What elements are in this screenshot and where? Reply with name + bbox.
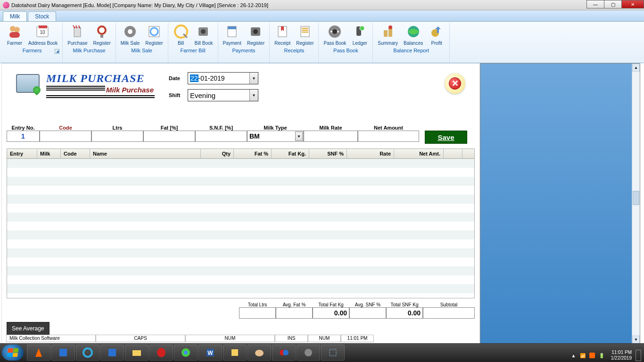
passbook-button[interactable]: Pass Book xyxy=(321,23,349,47)
sale-register-button[interactable]: Register xyxy=(142,23,165,47)
receipt-register-button[interactable]: Register xyxy=(293,23,316,47)
svg-rect-51 xyxy=(330,349,336,356)
group-label-milk-sale: Milk Sale xyxy=(118,47,166,55)
svg-point-8 xyxy=(99,27,105,33)
taskbar-chrome-icon[interactable] xyxy=(174,345,198,361)
milk-rate-input[interactable] xyxy=(304,131,358,142)
payment-register-button[interactable]: Register xyxy=(244,23,267,47)
milktype-dropdown-icon[interactable]: ▼ xyxy=(295,132,303,141)
avg-snf-value xyxy=(349,307,386,319)
windows-taskbar: W ▲ 📶 🔋 11:01 PM1/22/2019 xyxy=(0,343,644,362)
svg-point-47 xyxy=(255,350,264,356)
label-total-fatkg: Total Fat Kg xyxy=(313,302,349,307)
svg-text:W: W xyxy=(207,350,213,356)
col-name[interactable]: Name xyxy=(90,149,201,158)
profit-button[interactable]: Profit xyxy=(426,23,447,47)
address-book-button[interactable]: 10Address Book xyxy=(25,23,60,47)
label-net-amount: Net Amount xyxy=(358,125,419,131)
ribbon-group-milk-purchase: Purchase Register Milk Purchase xyxy=(63,23,116,63)
ledger-button[interactable]: Ledger xyxy=(349,23,371,47)
taskbar-opera-icon[interactable] xyxy=(149,345,173,361)
taskbar-notes-icon[interactable] xyxy=(223,345,247,361)
col-rate[interactable]: Rate xyxy=(347,149,394,158)
system-tray: ▲ 📶 🔋 11:01 PM1/22/2019 xyxy=(571,350,641,361)
svg-point-38 xyxy=(83,348,92,357)
taskbar-app2-icon[interactable] xyxy=(100,345,124,361)
tray-up-icon[interactable]: ▲ xyxy=(571,353,576,358)
svg-point-25 xyxy=(332,29,337,34)
app-icon xyxy=(3,2,9,8)
code-input[interactable] xyxy=(40,131,91,142)
svg-point-21 xyxy=(253,29,258,34)
scroll-up-icon[interactable]: ▲ xyxy=(632,64,640,72)
ribbon-group-payments: Payment Register Payments xyxy=(218,23,270,63)
svg-point-11 xyxy=(128,29,132,34)
col-code[interactable]: Code xyxy=(61,149,90,158)
col-entry[interactable]: Entry xyxy=(7,149,37,158)
close-panel-button[interactable]: ✕ xyxy=(445,73,465,94)
start-button[interactable] xyxy=(2,345,24,361)
shift-select[interactable]: Evening ▼ xyxy=(188,89,258,101)
see-average-button[interactable]: See Average xyxy=(7,322,50,335)
date-label: Date xyxy=(169,75,188,81)
date-dropdown-icon[interactable]: ▼ xyxy=(249,73,258,84)
svg-point-50 xyxy=(305,349,312,356)
ribbon-group-passbook: Pass Book Ledger Pass Book xyxy=(319,23,373,63)
taskbar-app4-icon[interactable] xyxy=(297,345,320,361)
tab-stock[interactable]: Stock xyxy=(28,11,56,21)
tray-clock[interactable]: 11:01 PM1/22/2019 xyxy=(611,350,632,361)
taskbar-app1-icon[interactable] xyxy=(51,345,75,361)
col-milk[interactable]: Milk xyxy=(37,149,61,158)
col-snf[interactable]: SNF % xyxy=(309,149,347,158)
col-net[interactable]: Net Amt. xyxy=(394,149,444,158)
payment-button[interactable]: Payment xyxy=(220,23,244,47)
taskbar-vlc-icon[interactable] xyxy=(27,345,50,361)
balances-button[interactable]: Balances xyxy=(401,23,426,47)
taskbar-app3-icon[interactable] xyxy=(272,345,296,361)
svg-point-27 xyxy=(337,31,339,33)
snf-input[interactable] xyxy=(195,131,247,142)
taskbar-explorer-icon[interactable] xyxy=(125,345,149,361)
fat-input[interactable] xyxy=(143,131,195,142)
tray-flag-icon[interactable] xyxy=(589,353,595,358)
taskbar-paint-icon[interactable] xyxy=(248,345,271,361)
total-fatkg-value: 0.00 xyxy=(313,307,349,319)
group-label-milk-purchase: Milk Purchase xyxy=(65,47,114,55)
purchase-register-button[interactable]: Register xyxy=(91,23,114,47)
status-ins: INS xyxy=(275,335,308,342)
maximize-button[interactable]: ▢ xyxy=(604,0,622,8)
col-fat[interactable]: Fat % xyxy=(234,149,272,158)
close-window-button[interactable]: ✕ xyxy=(621,0,644,8)
bill-book-button[interactable]: Bill Book xyxy=(192,23,216,47)
taskbar-word-icon[interactable]: W xyxy=(198,345,222,361)
net-amount-input[interactable] xyxy=(358,131,419,142)
show-desktop-button[interactable] xyxy=(636,350,641,361)
group-label-payments: Payments xyxy=(220,47,268,55)
receipt-button[interactable]: Receipt xyxy=(272,23,293,47)
milk-sale-button[interactable]: Milk Sale xyxy=(118,23,143,47)
grid-body[interactable] xyxy=(7,159,474,298)
col-fatkg[interactable]: Fat Kg. xyxy=(272,149,309,158)
tab-milk[interactable]: Milk xyxy=(3,11,27,21)
shift-label: Shift xyxy=(169,92,188,98)
date-input[interactable]: 22-01-2019 ▼ xyxy=(188,72,258,84)
shift-dropdown-icon[interactable]: ▼ xyxy=(249,90,258,101)
bill-button[interactable]: Bill xyxy=(170,23,192,47)
farmer-button[interactable]: Farmer xyxy=(4,23,25,47)
taskbar-app5-icon[interactable] xyxy=(321,345,345,361)
scroll-thumb[interactable] xyxy=(633,191,639,205)
save-button[interactable]: Save xyxy=(425,131,467,144)
col-qty[interactable]: Qty xyxy=(201,149,234,158)
purchase-button[interactable]: Purchase xyxy=(65,23,90,47)
entry-no-input[interactable]: 1 xyxy=(7,131,40,142)
summary-button[interactable]: Summary xyxy=(375,23,401,47)
milk-type-select[interactable]: BM▼ xyxy=(247,131,304,142)
minimize-button[interactable]: — xyxy=(586,0,604,8)
vertical-scrollbar[interactable]: ▲ ▼ xyxy=(632,64,640,344)
tray-wifi-icon[interactable]: 📶 xyxy=(580,353,586,358)
ltrs-input[interactable] xyxy=(91,131,143,142)
expand-farmers-icon[interactable]: ◢ xyxy=(55,49,59,54)
taskbar-ie-icon[interactable] xyxy=(76,345,99,361)
tray-battery-icon[interactable]: 🔋 xyxy=(599,353,604,358)
svg-point-33 xyxy=(388,25,392,29)
